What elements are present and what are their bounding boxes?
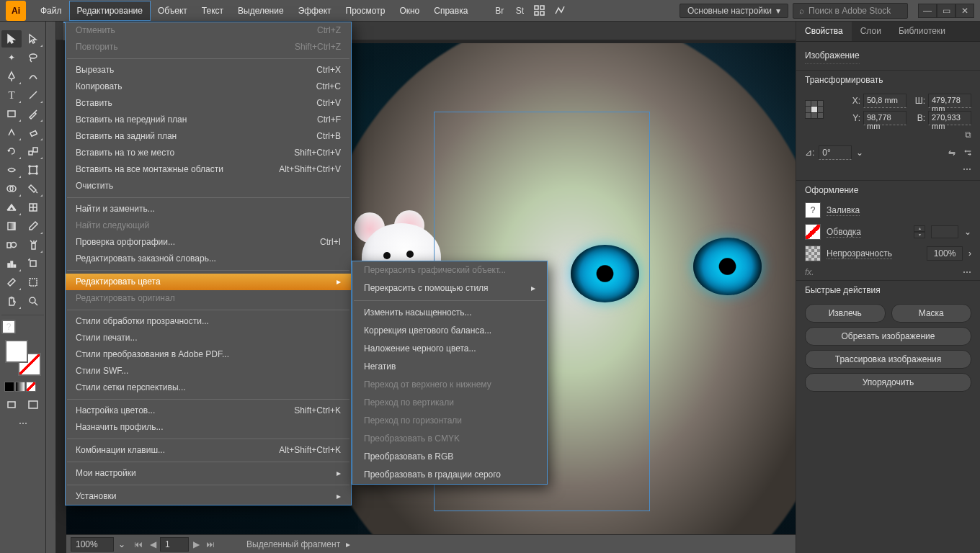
slice-tool[interactable] [1,274,22,291]
edit-menu-item[interactable]: Настройка цветов...Shift+Ctrl+K [66,403,351,419]
constrain-proportions-icon[interactable]: ⧉ [965,130,971,140]
color-swatch[interactable] [5,340,41,376]
workspace-switcher[interactable]: Основные настройки ▾ [680,4,788,18]
menu-help[interactable]: Справка [427,1,475,20]
menu-object[interactable]: Объект [151,1,195,20]
mesh-tool[interactable] [23,199,43,216]
screen-mode-normal[interactable] [1,396,22,413]
curvature-tool[interactable] [23,68,43,85]
edit-toolbar-button[interactable]: ⋯ [13,415,33,432]
edit-menu-item[interactable]: Назначить профиль... [66,419,351,436]
qa-arrange-button[interactable]: Упорядочить [805,373,971,392]
edit-menu-item[interactable]: ВырезатьCtrl+X [66,62,351,78]
edit-menu-item[interactable]: Очистить [66,178,351,194]
scale-tool[interactable] [23,143,43,160]
tab-layers[interactable]: Слои [852,22,890,41]
zoom-level-input[interactable]: 100% [71,537,114,552]
edit-menu-item[interactable]: Стили печати... [66,330,351,346]
more-options-icon[interactable]: ⋯ [963,164,971,174]
eyedropper-tool[interactable] [23,217,43,235]
zoom-tool[interactable] [23,292,43,310]
live-paint-tool[interactable] [23,180,43,197]
gpu-icon[interactable] [550,2,570,19]
qa-extract-button[interactable]: Извлечь [805,304,886,323]
shaper-tool[interactable] [1,124,22,141]
tab-properties[interactable]: Свойства [796,22,852,41]
rotate-angle-input[interactable]: 0° [819,145,852,160]
qa-mask-button[interactable]: Маска [891,304,972,323]
edit-menu-item[interactable]: Комбинации клавиш...Alt+Shift+Ctrl+K [66,442,351,459]
tab-libraries[interactable]: Библиотеки [890,22,954,41]
transform-w-input[interactable]: 479,778 mm [928,94,971,108]
fx-icon[interactable]: fx. [805,267,814,277]
transform-h-input[interactable]: 270,933 mm [928,111,971,125]
qa-crop-button[interactable]: Обрезать изображение [805,327,971,346]
pen-tool[interactable] [1,68,22,85]
transform-x-input[interactable]: 50,8 mm [863,94,906,108]
edit-menu-item[interactable]: ВставитьCtrl+V [66,95,351,112]
chevron-right-icon[interactable]: ▸ [346,539,350,549]
edit-menu-item[interactable]: Стили преобразования в Adobe PDF... [66,346,351,363]
artboard-number-input[interactable]: 1 [160,537,189,552]
edit-colors-submenu-item[interactable]: Негатив [352,358,547,376]
edit-menu-item[interactable]: Вставить на то же местоShift+Ctrl+V [66,145,351,161]
last-artboard-button[interactable]: ⏭ [203,538,218,551]
menu-text[interactable]: Текст [195,1,231,20]
menu-effect[interactable]: Эффект [291,1,339,20]
edit-menu-item[interactable]: Вставить на все монтажные областиAlt+Shi… [66,161,351,178]
chevron-down-icon[interactable]: ⌄ [118,539,125,549]
gradient-tool[interactable] [1,217,22,235]
rotate-tool[interactable] [1,143,22,160]
first-artboard-button[interactable]: ⏮ [131,538,146,551]
color-mode-none[interactable] [26,382,36,392]
stroke-weight-input[interactable] [931,225,958,238]
edit-menu-item[interactable]: Проверка орфографии...Ctrl+I [66,234,351,251]
chevron-right-icon[interactable]: › [968,248,971,258]
next-artboard-button[interactable]: ▶ [189,538,203,551]
blend-tool[interactable] [1,236,22,253]
prev-artboard-button[interactable]: ◀ [146,538,160,551]
edit-menu-item[interactable]: КопироватьCtrl+C [66,78,351,95]
type-tool[interactable]: T [1,86,22,104]
print-tiling-tool[interactable] [23,274,43,291]
rectangle-tool[interactable] [1,105,22,122]
edit-menu-item[interactable]: Найти и заменить... [66,201,351,217]
stroke-weight-stepper[interactable]: ▴▾ [914,225,925,238]
flip-horizontal-icon[interactable]: ⇋ [948,148,956,158]
stock-search-input[interactable]: ⌕ Поиск в Adobe Stock [793,3,908,19]
bridge-icon[interactable]: Br [489,2,509,19]
selection-tool[interactable] [1,30,22,48]
chevron-down-icon[interactable]: ⌄ [964,227,971,237]
column-graph-tool[interactable] [1,255,22,272]
qa-trace-button[interactable]: Трассировка изображения [805,350,971,369]
flip-vertical-icon[interactable]: ⥃ [964,148,971,158]
chevron-down-icon[interactable]: ⌄ [856,148,863,158]
fill-color-swatch[interactable] [5,340,28,363]
menu-edit[interactable]: Редактирование [69,1,151,21]
free-transform-tool[interactable] [23,161,43,179]
edit-menu-item[interactable]: Вставить на задний планCtrl+B [66,128,351,145]
artboard-tool[interactable] [23,255,43,272]
edit-colors-submenu-item[interactable]: Преобразовать в RGB [352,448,547,466]
menu-select[interactable]: Выделение [231,1,291,20]
eraser-tool[interactable] [23,124,43,141]
reference-point-selector[interactable] [805,100,824,119]
menu-file[interactable]: Файл [33,1,69,20]
edit-menu-item[interactable]: Установки▸ [66,488,351,505]
width-tool[interactable] [1,161,22,179]
edit-menu-item[interactable]: Стили сетки перспективы... [66,379,351,396]
menu-view[interactable]: Просмотр [339,1,393,20]
lasso-tool[interactable] [23,49,43,66]
perspective-grid-tool[interactable] [1,199,22,216]
color-mode-gradient[interactable] [15,382,25,392]
menu-window[interactable]: Окно [392,1,427,20]
edit-menu-item[interactable]: Стили обработки прозрачности... [66,313,351,330]
shape-builder-tool[interactable] [1,180,22,197]
transform-y-input[interactable]: 98,778 mm [863,111,906,125]
edit-menu-item[interactable]: Мои настройки▸ [66,465,351,482]
color-mode-solid[interactable] [4,382,14,392]
edit-menu-item[interactable]: Вставить на передний планCtrl+F [66,112,351,128]
stock-icon[interactable]: St [509,2,530,19]
magic-wand-tool[interactable]: ✦ [1,49,22,66]
hand-tool[interactable] [1,292,22,310]
